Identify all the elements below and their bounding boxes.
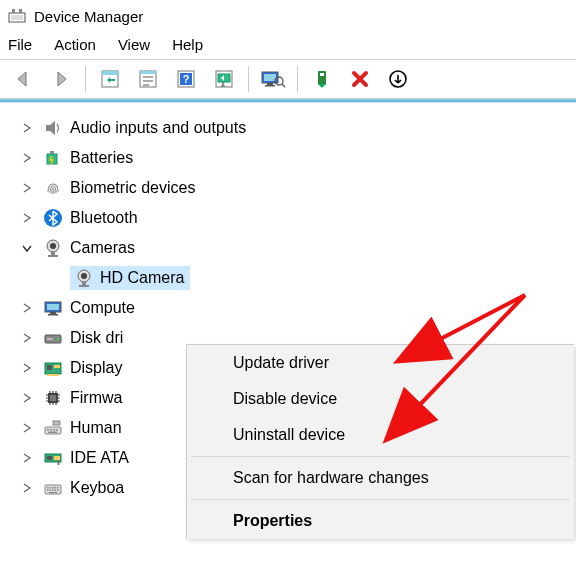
svg-point-30 (50, 243, 56, 249)
svg-rect-18 (264, 74, 276, 81)
tree-label: Firmwa (70, 386, 122, 410)
fingerprint-icon (42, 177, 64, 199)
separator (191, 456, 570, 457)
svg-rect-77 (55, 487, 57, 489)
chevron-right-icon[interactable] (20, 181, 34, 195)
chevron-right-icon[interactable] (20, 211, 34, 225)
svg-rect-67 (48, 432, 57, 434)
svg-rect-24 (320, 73, 324, 76)
forward-button[interactable] (44, 64, 78, 94)
svg-rect-6 (110, 79, 115, 81)
svg-point-34 (81, 273, 87, 279)
menu-item-uninstall-device[interactable]: Uninstall device (187, 417, 574, 453)
svg-rect-65 (53, 429, 55, 431)
tree-label: Compute (70, 296, 135, 320)
tree-label: Cameras (70, 236, 135, 260)
bluetooth-icon (42, 207, 64, 229)
chevron-right-icon[interactable] (20, 151, 34, 165)
chevron-right-icon[interactable] (20, 301, 34, 315)
svg-rect-2 (19, 9, 22, 13)
camera-icon (73, 267, 95, 289)
chevron-right-icon[interactable] (20, 391, 34, 405)
tree-label: Biometric devices (70, 176, 195, 200)
svg-rect-38 (47, 304, 59, 310)
svg-rect-10 (143, 80, 153, 82)
svg-rect-40 (48, 314, 58, 316)
menu-file[interactable]: File (8, 36, 32, 53)
tree-node-cameras[interactable]: Cameras (42, 233, 566, 263)
chevron-down-icon[interactable] (20, 241, 34, 255)
titlebar: Device Manager (0, 0, 576, 32)
tree-node-audio[interactable]: Audio inputs and outputs (42, 113, 566, 143)
chevron-right-icon[interactable] (20, 121, 34, 135)
menu-help[interactable]: Help (172, 36, 203, 53)
svg-rect-72 (58, 460, 60, 465)
svg-rect-1 (12, 9, 15, 13)
tree-node-bluetooth[interactable]: Bluetooth (42, 203, 566, 233)
svg-line-22 (282, 84, 285, 87)
show-hide-console-button[interactable] (93, 64, 127, 94)
svg-rect-36 (79, 285, 89, 287)
svg-rect-8 (140, 71, 156, 74)
selected-node: HD Camera (70, 266, 190, 290)
uninstall-device-toolbar-button[interactable] (343, 64, 377, 94)
menu-item-disable-device[interactable]: Disable device (187, 381, 574, 417)
svg-rect-27 (50, 151, 54, 154)
back-button[interactable] (6, 64, 40, 94)
hid-icon (42, 417, 64, 439)
svg-rect-3 (11, 15, 23, 20)
update-driver-toolbar-button[interactable] (305, 64, 339, 94)
svg-rect-64 (50, 429, 52, 431)
tree-node-biometric[interactable]: Biometric devices (42, 173, 566, 203)
display-adapter-icon (42, 357, 64, 379)
svg-rect-71 (54, 456, 60, 460)
svg-rect-79 (47, 490, 49, 492)
svg-rect-39 (50, 312, 56, 314)
monitor-icon (42, 297, 64, 319)
svg-rect-47 (47, 374, 59, 376)
tree-label: Display (70, 356, 122, 380)
chip-icon (42, 387, 64, 409)
tree-node-batteries[interactable]: Batteries (42, 143, 566, 173)
svg-rect-76 (52, 487, 54, 489)
tree-label: IDE ATA (70, 446, 129, 470)
tree-label: Batteries (70, 146, 133, 170)
computer-scan-icon[interactable] (256, 64, 290, 94)
separator (248, 66, 249, 92)
tree-label: Disk dri (70, 326, 123, 350)
chevron-right-icon[interactable] (20, 421, 34, 435)
chevron-right-icon[interactable] (20, 451, 34, 465)
svg-rect-32 (48, 255, 58, 257)
chevron-right-icon[interactable] (20, 361, 34, 375)
keyboard-icon (42, 477, 64, 499)
properties-button[interactable] (131, 64, 165, 94)
camera-icon (42, 237, 64, 259)
menu-item-update-driver[interactable]: Update driver (187, 345, 574, 381)
menu-item-properties[interactable]: Properties (187, 503, 574, 539)
scan-hardware-button[interactable] (207, 64, 241, 94)
menu-view[interactable]: View (118, 36, 150, 53)
tree-label: HD Camera (100, 266, 184, 290)
svg-text:?: ? (183, 73, 190, 85)
svg-rect-45 (47, 365, 52, 370)
help-button[interactable]: ? (169, 64, 203, 94)
disk-icon (42, 327, 64, 349)
svg-rect-11 (143, 84, 149, 86)
chevron-right-icon[interactable] (20, 481, 34, 495)
svg-rect-75 (50, 487, 52, 489)
chevron-right-icon[interactable] (20, 331, 34, 345)
menu-action[interactable]: Action (54, 36, 96, 53)
tree-node-computers[interactable]: Compute (42, 293, 566, 323)
svg-rect-46 (54, 365, 60, 368)
ide-icon (42, 447, 64, 469)
tree-node-hd-camera[interactable]: HD Camera (70, 263, 566, 293)
svg-point-42 (57, 338, 59, 340)
menu-item-scan-hardware[interactable]: Scan for hardware changes (187, 460, 574, 496)
tree-label: Keyboa (70, 476, 124, 500)
app-icon (8, 7, 26, 25)
svg-rect-5 (102, 71, 118, 75)
svg-rect-68 (53, 421, 60, 425)
svg-rect-66 (56, 429, 58, 431)
disable-device-toolbar-button[interactable] (381, 64, 415, 94)
svg-rect-83 (57, 490, 59, 492)
